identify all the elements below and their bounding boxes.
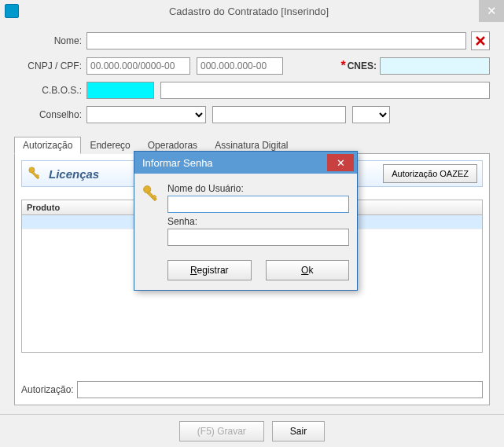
modal-ok-button[interactable]: Ok [266, 260, 350, 280]
modal-overlay: Informar Senha ✕ Nome do Usuário: Senha:… [0, 0, 504, 447]
modal-pass-input[interactable] [167, 229, 349, 246]
modal-key-icon-wrap [141, 180, 167, 280]
modal-register-button[interactable]: Registrar [167, 260, 252, 280]
key-icon [141, 183, 163, 205]
modal-titlebar: Informar Senha ✕ [134, 152, 357, 174]
modal-user-label: Nome do Usuário: [167, 183, 349, 194]
password-modal: Informar Senha ✕ Nome do Usuário: Senha:… [134, 151, 358, 291]
modal-user-input[interactable] [167, 196, 349, 213]
modal-pass-label: Senha: [167, 216, 349, 227]
modal-close-button[interactable]: ✕ [327, 154, 354, 171]
modal-title-text: Informar Senha [142, 157, 213, 169]
